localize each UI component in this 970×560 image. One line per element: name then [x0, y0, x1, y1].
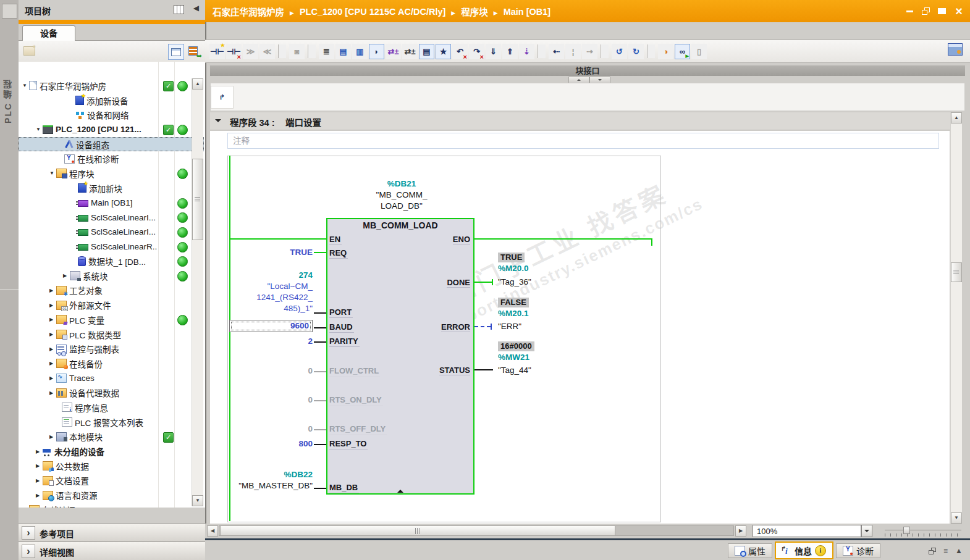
overview-toggle-icon[interactable]: [168, 44, 184, 60]
breadcrumb-item[interactable]: 石家庄华润锅炉房: [213, 5, 284, 18]
pin-error[interactable]: ERROR: [386, 322, 470, 332]
symbol-representation-icon[interactable]: ⇄±: [402, 44, 418, 59]
inspector-tab[interactable]: 诊断: [836, 543, 880, 558]
scroll-up-icon[interactable]: ▲: [951, 112, 962, 123]
block-interface-bar[interactable]: 块接口: [210, 65, 965, 76]
pin-rts-off-dly[interactable]: RTS_OFF_DLY: [329, 424, 387, 435]
branch-up-icon[interactable]: ↱: [211, 86, 234, 109]
tree-item[interactable]: 在线访问 ✓: [19, 503, 162, 508]
expander-icon[interactable]: [22, 83, 29, 88]
close-icon[interactable]: [951, 4, 966, 18]
pin-done[interactable]: DONE: [386, 278, 470, 287]
tree-item[interactable]: 在线和诊断 ✓: [19, 151, 204, 166]
operand-req[interactable]: TRUE: [226, 248, 313, 257]
tree-item[interactable]: 外部源文件 ✓: [19, 298, 189, 312]
position-marker-icon[interactable]: ¦: [565, 44, 581, 59]
scroll-down-icon[interactable]: ▼: [951, 512, 962, 524]
instance-db-name[interactable]: LOAD_DB": [351, 201, 452, 211]
pin-baud[interactable]: BAUD: [329, 322, 354, 333]
tree-item[interactable]: Main [OB1] ✓: [19, 196, 205, 211]
open-branch-icon[interactable]: ≫: [243, 44, 258, 59]
operand-mb-db-name[interactable]: "MB_MASTER_DB": [226, 481, 313, 490]
scroll-down-icon[interactable]: ▼: [192, 495, 203, 506]
panel-list-icon[interactable]: ≡: [943, 546, 948, 555]
expand-icon[interactable]: [22, 545, 35, 558]
pin-en[interactable]: EN: [329, 235, 342, 245]
tree-item[interactable]: 本地模块 ✓: [19, 430, 189, 445]
update-backward-icon[interactable]: ↺: [612, 44, 627, 59]
watch-done-address[interactable]: %M20.0: [498, 264, 529, 273]
separator[interactable]: [308, 44, 316, 58]
close-branch-icon[interactable]: ≪: [259, 44, 275, 59]
watch-status-tag[interactable]: "Tag_44": [498, 366, 531, 375]
tree-item[interactable]: SclScaleLinearI... ✓: [19, 225, 205, 240]
memory-icon[interactable]: ▯: [691, 44, 707, 59]
expand-panel-icon[interactable]: ▲: [955, 546, 963, 555]
tree-item[interactable]: 系统块 ✓: [19, 269, 203, 283]
columns-icon[interactable]: [174, 5, 184, 14]
expander-icon[interactable]: [49, 303, 56, 308]
tree-item[interactable]: 未分组的设备 ✓: [19, 444, 175, 459]
insert-network-icon[interactable]: ⊣⊢: [209, 44, 225, 59]
watch-status-address[interactable]: %MW21: [498, 353, 529, 362]
tree-item[interactable]: SclScaleLinearI... ✓: [19, 210, 205, 225]
pin-status[interactable]: STATUS: [386, 366, 470, 375]
pin-req[interactable]: REQ: [329, 248, 348, 259]
discard-undo-icon[interactable]: ↶: [452, 44, 468, 59]
inspector-tab[interactable]: 信息 i: [775, 541, 833, 559]
watch-error-address[interactable]: %M20.1: [498, 309, 529, 318]
upload-block-icon[interactable]: ⇑: [502, 44, 518, 59]
pin-parity[interactable]: PARITY: [329, 336, 360, 347]
operand-parity[interactable]: 2: [226, 336, 313, 346]
expander-icon[interactable]: [49, 346, 56, 352]
pin-resp-to[interactable]: RESP_TO: [329, 439, 368, 449]
expander-icon[interactable]: [49, 434, 56, 440]
scroll-thumb[interactable]: [192, 159, 203, 240]
reference-projects-panel[interactable]: 参考项目: [19, 523, 205, 542]
expander-icon[interactable]: [49, 288, 56, 293]
expander-icon[interactable]: [49, 375, 56, 381]
pin-eno[interactable]: ENO: [386, 235, 470, 244]
expander-icon[interactable]: [49, 390, 56, 396]
scroll-left-icon[interactable]: ◀: [207, 525, 218, 537]
zoom-level-select[interactable]: 100%: [753, 525, 861, 537]
collapse-network-icon[interactable]: [215, 119, 221, 125]
separator[interactable]: [278, 44, 286, 58]
watch-error-tag[interactable]: "ERR": [498, 322, 521, 331]
collapse-networks-icon[interactable]: ▥: [352, 44, 368, 59]
operand-rts-off-dly[interactable]: 0: [226, 424, 313, 433]
pin-port[interactable]: PORT: [329, 307, 353, 318]
tree-item[interactable]: 在线备份 ✓: [19, 356, 189, 371]
inspector-tab[interactable]: 属性: [728, 543, 772, 558]
expander-icon[interactable]: [49, 317, 56, 322]
tree-item[interactable]: 设备和网络 ✓: [19, 107, 205, 122]
breadcrumb-item[interactable]: 程序块: [461, 5, 488, 18]
tree-item[interactable]: 设备代理数据 ✓: [19, 385, 189, 400]
tree-item[interactable]: 监控与强制表 ✓: [19, 341, 189, 356]
delete-network-icon[interactable]: ⊣⊢: [226, 44, 242, 59]
operand-port-name[interactable]: 485)_1": [226, 304, 313, 313]
separator[interactable]: [647, 44, 655, 58]
previous-difference-icon[interactable]: ⇠: [549, 44, 564, 59]
tree-vertical-scrollbar[interactable]: ▲ ▼: [192, 78, 203, 506]
zoom-slider[interactable]: [885, 527, 961, 537]
float-panel-icon[interactable]: [929, 548, 936, 554]
rail-top-tab[interactable]: [2, 4, 17, 19]
rail-tab-plc-programming[interactable]: PLC 编程: [2, 79, 14, 123]
absolute-symbolic-icon[interactable]: ⇄±: [386, 44, 401, 59]
separator[interactable]: [601, 44, 609, 58]
expander-icon[interactable]: [49, 170, 56, 176]
scroll-right-icon[interactable]: ▶: [735, 525, 746, 537]
accept-changes-icon[interactable]: ⇣: [519, 44, 534, 59]
expander-icon[interactable]: [63, 273, 70, 278]
expander-icon[interactable]: [49, 332, 56, 337]
tree-item[interactable]: 数据块_1 [DB... ✓: [19, 254, 205, 269]
scroll-thumb[interactable]: [951, 262, 962, 282]
toggle-comments-icon[interactable]: ◗: [369, 44, 384, 59]
download-block-icon[interactable]: ⇓: [486, 44, 501, 59]
editor-settings-icon[interactable]: [948, 43, 963, 56]
tree-item[interactable]: 添加新块 ✓: [19, 181, 205, 196]
collapse-panel-icon[interactable]: [193, 4, 199, 12]
scroll-up-icon[interactable]: ▲: [192, 78, 203, 90]
collapse-block-icon[interactable]: [397, 487, 403, 493]
